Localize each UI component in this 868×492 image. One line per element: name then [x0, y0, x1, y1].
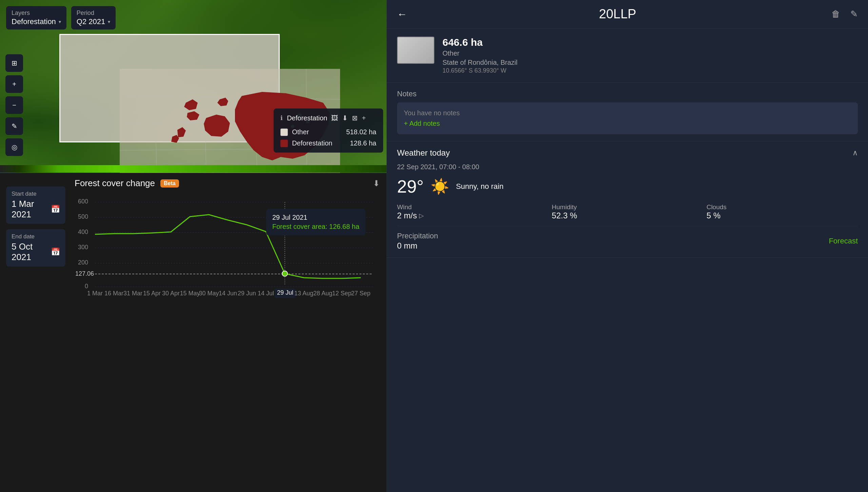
chart-wrapper: Forest cover change Beta ⬇ 29 Jul 2021 F… [68, 178, 380, 314]
weather-main: 29° ☀️ Sunny, no rain [397, 176, 858, 197]
svg-text:15 Apr: 15 Apr [143, 290, 161, 297]
location-button[interactable]: ◎ [5, 138, 23, 156]
period-label: Period [77, 9, 110, 17]
legend-name-other: Other [292, 128, 329, 136]
svg-text:27 Sep: 27 Sep [351, 290, 370, 297]
weather-collapse-button[interactable]: ∧ [852, 149, 858, 157]
zoom-out-button[interactable]: − [5, 96, 23, 114]
beta-badge: Beta [160, 179, 179, 188]
period-arrow: ▾ [108, 19, 110, 24]
legend-value-other: 518.02 ha [346, 128, 376, 136]
precip-label: Precipitation [397, 232, 438, 240]
humidity-value: 52.3 % [552, 211, 703, 220]
legend-name-deforestation: Deforestation [292, 139, 332, 147]
add-notes-link[interactable]: + Add notes [404, 120, 851, 127]
draw-icon: ✎ [12, 122, 17, 130]
zoom-out-icon: − [12, 101, 16, 109]
legend-add-btn[interactable]: + [362, 114, 366, 122]
notes-box[interactable]: You have no notes + Add notes [397, 102, 858, 134]
notes-section: Notes You have no notes + Add notes [387, 83, 868, 141]
right-panel: ← 20LLP 🗑 ✎ 646.6 ha Other State of Rond… [387, 0, 868, 492]
property-info: 646.6 ha Other State of Rondônia, Brazil… [387, 28, 868, 83]
svg-text:1 Mar: 1 Mar [87, 290, 103, 297]
property-header: ← 20LLP 🗑 ✎ [387, 0, 868, 28]
svg-text:16 Mar: 16 Mar [104, 290, 123, 297]
svg-text:300: 300 [78, 244, 88, 251]
info-icon: ℹ [280, 114, 283, 122]
zoom-in-icon: + [12, 80, 16, 88]
svg-text:12 Sep: 12 Sep [332, 290, 351, 297]
chart-title-row: Forest cover change Beta ⬇ [68, 178, 380, 189]
start-date-value: 1 Mar 2021 📅 [12, 199, 60, 220]
svg-text:500: 500 [78, 213, 88, 220]
chart-tooltip: 29 Jul 2021 Forest cover area: 126.68 ha [266, 209, 366, 235]
property-type: Other [442, 50, 858, 57]
svg-text:28 Aug: 28 Aug [313, 290, 332, 297]
svg-text:30 May: 30 May [199, 290, 219, 297]
property-thumbnail [397, 37, 434, 64]
back-button[interactable]: ← [397, 8, 407, 20]
start-calendar-icon: 📅 [51, 205, 60, 214]
svg-text:13 Aug: 13 Aug [294, 290, 313, 297]
precipitation-row: Precipitation 0 mm Forecast [397, 226, 858, 251]
weather-details: Wind 2 m/s ▷ Humidity 52.3 % Clouds 5 % [397, 203, 858, 220]
download-chart-button[interactable]: ⬇ [373, 179, 380, 188]
svg-text:15 May: 15 May [180, 290, 200, 297]
delete-button[interactable]: 🗑 [831, 9, 840, 19]
legend-overlay: ℹ Deforestation 🖼 ⬇ ⊠ + Other 518.02 ha … [274, 109, 383, 153]
top-controls: Layers Deforestation ▾ Period Q2 2021 ▾ [6, 6, 116, 29]
svg-text:127.06: 127.06 [75, 270, 94, 277]
notes-title: Notes [397, 90, 858, 98]
precip-info: Precipitation 0 mm [397, 232, 438, 251]
draw-button[interactable]: ✎ [5, 117, 23, 135]
period-value: Q2 2021 ▾ [77, 17, 110, 26]
sun-icon: ☀️ [431, 178, 449, 195]
tooltip-date: 29 Jul 2021 [272, 214, 359, 221]
period-dropdown[interactable]: Period Q2 2021 ▾ [71, 6, 116, 29]
property-coordinates: 10.6566° S 63.9930° W [442, 67, 858, 74]
property-details: 646.6 ha Other State of Rondônia, Brazil… [442, 37, 858, 74]
svg-text:29 Jun: 29 Jun [238, 290, 256, 297]
layers-value: Deforestation ▾ [12, 17, 61, 26]
zoom-in-button[interactable]: + [5, 75, 23, 93]
map-container: Layers Deforestation ▾ Period Q2 2021 ▾ … [0, 0, 387, 173]
humidity-detail: Humidity 52.3 % [552, 203, 703, 220]
svg-text:0: 0 [85, 283, 88, 290]
layers-toggle-button[interactable]: ⊞ [5, 54, 23, 72]
date-pickers: Start date 1 Mar 2021 📅 End date 5 Oct 2… [6, 186, 65, 267]
wind-arrow-icon: ▷ [419, 212, 424, 219]
svg-text:14 Jun: 14 Jun [219, 290, 237, 297]
layers-dropdown[interactable]: Layers Deforestation ▾ [6, 6, 66, 29]
edit-button[interactable]: ✎ [850, 9, 858, 19]
timeline-bar[interactable] [0, 165, 387, 173]
wind-detail: Wind 2 m/s ▷ [397, 203, 548, 220]
svg-text:31 Mar: 31 Mar [123, 290, 142, 297]
property-location: State of Rondônia, Brazil [442, 59, 858, 66]
legend-image-btn[interactable]: 🖼 [331, 114, 338, 122]
legend-title: Deforestation [287, 114, 327, 122]
notes-placeholder: You have no notes [404, 109, 460, 117]
wind-value: 2 m/s ▷ [397, 211, 548, 220]
end-date-value: 5 Oct 2021 📅 [12, 241, 60, 262]
legend-item-other: Other 518.02 ha [280, 128, 376, 136]
end-date-picker[interactable]: End date 5 Oct 2021 📅 [6, 229, 65, 267]
wind-label: Wind [397, 203, 548, 211]
legend-compare-btn[interactable]: ⊠ [352, 114, 358, 122]
layers-arrow: ▾ [59, 19, 61, 24]
start-date-picker[interactable]: Start date 1 Mar 2021 📅 [6, 186, 65, 224]
chart-title: Forest cover change [75, 178, 155, 189]
weather-title: Weather today [397, 148, 450, 158]
weather-datetime: 22 Sep 2021, 07:00 - 08:00 [397, 163, 858, 171]
start-date-label: Start date [12, 191, 60, 197]
forecast-link[interactable]: Forecast [829, 237, 858, 245]
svg-text:200: 200 [78, 259, 88, 266]
legend-download-btn[interactable]: ⬇ [342, 114, 348, 122]
weather-section: Weather today ∧ 22 Sep 2021, 07:00 - 08:… [387, 141, 868, 258]
location-icon: ◎ [12, 143, 17, 151]
precip-value: 0 mm [397, 241, 438, 251]
legend-color-deforestation [280, 140, 288, 147]
svg-text:600: 600 [78, 198, 88, 205]
chart-svg-area: 29 Jul 2021 Forest cover area: 126.68 ha… [68, 195, 380, 302]
humidity-label: Humidity [552, 203, 703, 211]
clouds-value: 5 % [707, 211, 858, 220]
